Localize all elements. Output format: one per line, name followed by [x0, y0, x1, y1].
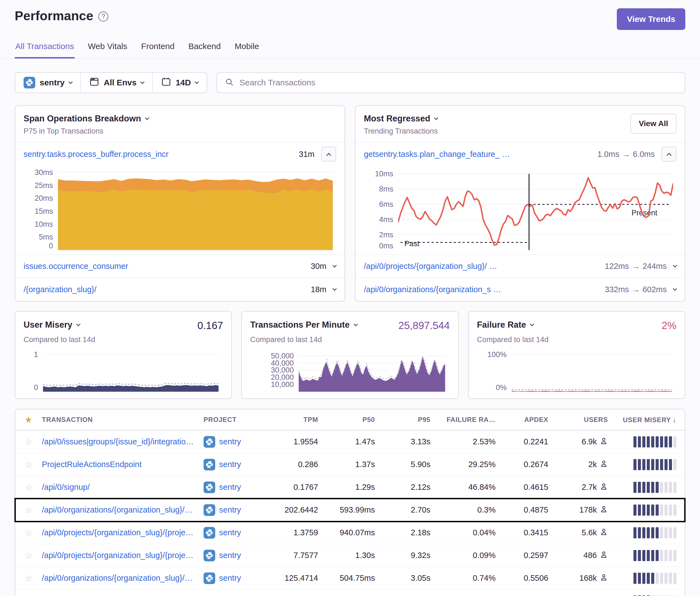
span-operations-title[interactable]: Span Operations Breakdown — [24, 114, 149, 124]
user-misery-cell — [611, 436, 685, 447]
user-icon — [600, 573, 608, 583]
misery-bar — [673, 550, 676, 561]
project-link[interactable]: sentry — [204, 459, 270, 470]
favorites-column-header[interactable]: ★ — [24, 414, 33, 425]
axis-tick-label: 2ms — [357, 231, 393, 239]
misery-bar — [673, 527, 676, 538]
misery-bar — [669, 573, 672, 584]
user-misery-card-title[interactable]: User Misery — [24, 320, 80, 330]
project-link[interactable]: sentry — [204, 550, 270, 561]
environment-filter[interactable]: All Envs — [80, 73, 152, 93]
tpm-cell: 1.3759 — [270, 528, 321, 537]
user-misery-cell — [611, 573, 685, 584]
tab-backend[interactable]: Backend — [188, 42, 221, 58]
column-header-apdex[interactable]: APDEX — [499, 416, 552, 423]
misery-bar — [656, 504, 659, 516]
search-icon — [225, 78, 234, 87]
failure-rate-chart: 100%0% — [477, 350, 676, 392]
view-all-button[interactable]: View All — [630, 114, 676, 134]
misery-bar — [647, 550, 650, 561]
transaction-link[interactable]: /api/0/projects/{organization_slug}/{pro… — [42, 528, 204, 537]
transaction-link[interactable]: /api/0/projects/{organization_slug}/{pro… — [42, 551, 204, 560]
transaction-link[interactable]: /api/0/issues|groups/{issue_id}/integrat… — [42, 437, 204, 446]
tab-frontend[interactable]: Frontend — [141, 42, 175, 58]
favorite-star-icon[interactable]: ☆ — [25, 550, 33, 561]
tpm-chart: 50,00040,00030,00020,00010,000 — [250, 350, 450, 392]
apdex-cell: 0.4615 — [499, 483, 552, 492]
transaction-link[interactable]: /api/0/projects/{organization_slug}/ … — [364, 262, 497, 271]
table-row: ☆/api/0/issues|groups/{issue_id}/integra… — [15, 431, 685, 453]
chevron-down-icon[interactable] — [332, 287, 337, 291]
project-link[interactable]: sentry — [204, 436, 270, 448]
most-regressed-title[interactable]: Most Regressed — [364, 114, 438, 124]
transaction-link[interactable]: /{organization_slug}/ — [24, 285, 97, 294]
axis-tick-label: 0% — [477, 383, 507, 392]
misery-bar — [642, 527, 645, 538]
failure-rate-card-title[interactable]: Failure Rate — [477, 320, 533, 330]
misery-bar — [669, 504, 672, 516]
page-filters: sentry All Envs 14D — [15, 72, 207, 93]
user-misery-cell — [611, 527, 685, 538]
search-box[interactable] — [217, 72, 685, 93]
tab-mobile[interactable]: Mobile — [234, 42, 259, 58]
misery-bar — [633, 550, 636, 561]
chevron-down-icon[interactable] — [673, 263, 677, 268]
collapse-button[interactable] — [321, 147, 336, 162]
view-trends-button[interactable]: View Trends — [617, 8, 685, 30]
column-header-user-misery[interactable]: USER MISERY↓ — [611, 416, 685, 424]
favorite-star-icon[interactable]: ☆ — [25, 527, 33, 538]
page-header: Performance ? View Trends — [15, 0, 685, 30]
project-link[interactable]: sentry — [204, 572, 270, 584]
misery-bar — [638, 482, 641, 493]
regressed-row-expanded: getsentry.tasks.plan_change_feature_ … 1… — [355, 142, 685, 166]
help-icon[interactable]: ? — [98, 11, 108, 22]
chevron-down-icon[interactable] — [673, 287, 677, 291]
misery-bar — [669, 550, 672, 561]
project-link[interactable]: sentry — [204, 527, 270, 539]
transaction-link[interactable]: issues.occurrence_consumer — [24, 262, 128, 271]
column-header-tpm[interactable]: TPM — [270, 416, 321, 423]
transaction-link[interactable]: /api/0/organizations/{organization_s … — [364, 285, 501, 294]
chevron-down-icon[interactable] — [332, 263, 337, 268]
column-header-users[interactable]: USERS — [552, 416, 611, 423]
failure-rate-cell: 29.25% — [434, 460, 499, 469]
transaction-link[interactable]: /api/0/organizations/{organization_slug}… — [42, 574, 204, 583]
project-link[interactable]: sentry — [204, 482, 270, 493]
misery-bar — [665, 482, 668, 493]
misery-bar — [669, 436, 672, 447]
transaction-link[interactable]: /api/0/organizations/{organization_slug}… — [42, 506, 204, 515]
project-filter[interactable]: sentry — [15, 73, 80, 93]
calendar-icon — [161, 77, 171, 89]
row-value: 122ms → 244ms — [605, 262, 667, 271]
date-range-filter[interactable]: 14D — [152, 73, 207, 93]
favorite-star-icon[interactable]: ☆ — [25, 459, 33, 470]
user-misery-cell — [611, 504, 685, 516]
users-count: 486 — [583, 551, 597, 560]
apdex-cell: 0.4875 — [499, 506, 552, 515]
user-icon — [600, 550, 608, 561]
column-header-p95[interactable]: P95 — [378, 416, 434, 423]
collapse-button[interactable] — [661, 147, 676, 162]
tab-all-transactions[interactable]: All Transactions — [15, 42, 75, 58]
transaction-link[interactable]: ProjectRuleActionsEndpoint — [42, 460, 204, 469]
favorite-star-icon[interactable]: ☆ — [25, 505, 33, 515]
column-header-project[interactable]: PROJECT — [204, 416, 270, 423]
column-header-failure-ra-[interactable]: FAILURE RA… — [434, 416, 499, 423]
search-input[interactable] — [239, 78, 677, 87]
p95-cell: 9.32s — [378, 551, 434, 560]
favorite-star-icon[interactable]: ☆ — [25, 437, 33, 447]
transaction-link[interactable]: sentry.tasks.process_buffer.process_incr — [24, 150, 169, 159]
tpm-card-title[interactable]: Transactions Per Minute — [250, 320, 357, 330]
favorite-star-icon[interactable]: ☆ — [25, 573, 33, 584]
transaction-link[interactable]: /api/0/signup/ — [42, 483, 204, 492]
transaction-link[interactable]: getsentry.tasks.plan_change_feature_ … — [364, 150, 510, 159]
date-range-label: 14D — [176, 78, 191, 87]
project-link[interactable]: sentry — [204, 504, 270, 516]
p95-cell: 2.70s — [378, 506, 434, 515]
column-header-p50[interactable]: P50 — [321, 416, 378, 423]
favorite-star-icon[interactable]: ☆ — [25, 482, 33, 493]
p50-cell: 1.30s — [321, 551, 378, 560]
column-header-transaction[interactable]: TRANSACTION — [42, 416, 204, 423]
tab-web-vitals[interactable]: Web Vitals — [88, 42, 128, 58]
row-value: 30m — [311, 262, 326, 271]
